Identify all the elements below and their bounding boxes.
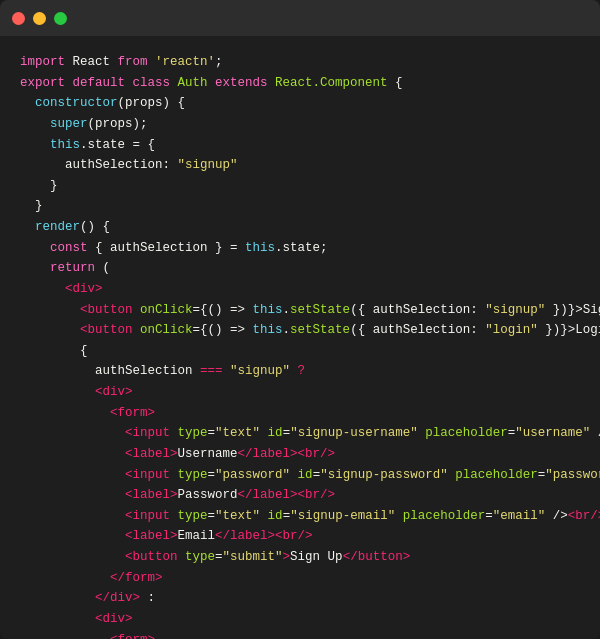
minimize-button[interactable] (33, 12, 46, 25)
code-line: <form> (20, 403, 580, 424)
code-line: import React from 'reactn'; (20, 52, 580, 73)
title-bar (0, 0, 600, 36)
code-line: <button onClick={() => this.setState({ a… (20, 320, 580, 341)
code-line: <div> (20, 609, 580, 630)
code-line: <input type="text" id="signup-email" pla… (20, 506, 580, 527)
close-button[interactable] (12, 12, 25, 25)
editor-window: import React from 'reactn'; export defau… (0, 0, 600, 639)
code-line: authSelection: "signup" (20, 155, 580, 176)
code-line: <label>Email</label><br/> (20, 526, 580, 547)
code-line: <input type="text" id="signup-username" … (20, 423, 580, 444)
code-line: <div> (20, 382, 580, 403)
maximize-button[interactable] (54, 12, 67, 25)
code-line: <label>Username</label><br/> (20, 444, 580, 465)
code-line: { (20, 341, 580, 362)
code-line: render() { (20, 217, 580, 238)
code-line: <form> (20, 630, 580, 640)
code-editor[interactable]: import React from 'reactn'; export defau… (0, 36, 600, 639)
code-line: } (20, 196, 580, 217)
code-line: export default class Auth extends React.… (20, 73, 580, 94)
code-line: super(props); (20, 114, 580, 135)
code-line: <input type="password" id="signup-passwo… (20, 465, 580, 486)
code-line: <label>Password</label><br/> (20, 485, 580, 506)
code-line: <div> (20, 279, 580, 300)
code-line: <button type="submit">Sign Up</button> (20, 547, 580, 568)
code-line: } (20, 176, 580, 197)
code-line: this.state = { (20, 135, 580, 156)
code-line: return ( (20, 258, 580, 279)
code-line: </div> : (20, 588, 580, 609)
code-line: const { authSelection } = this.state; (20, 238, 580, 259)
code-line: <button onClick={() => this.setState({ a… (20, 300, 580, 321)
code-line: constructor(props) { (20, 93, 580, 114)
code-line: </form> (20, 568, 580, 589)
code-line: authSelection === "signup" ? (20, 361, 580, 382)
